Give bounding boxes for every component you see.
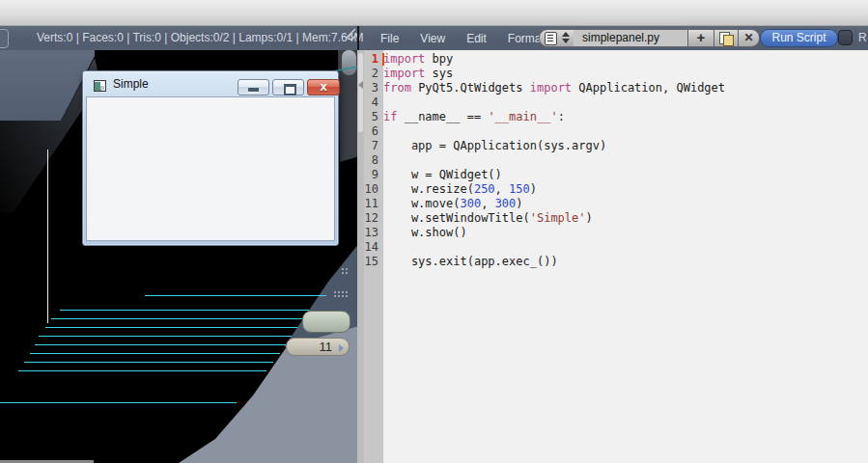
- close-icon: x: [308, 80, 339, 95]
- code-text: if __name__ == '__main__':: [383, 110, 565, 124]
- text-editor-menubar: FileViewEditFormat: [370, 26, 555, 50]
- line-number: 10: [364, 182, 381, 197]
- line-number: 12: [364, 211, 381, 226]
- code-text: import sys: [383, 67, 453, 81]
- window-app-icon: [94, 80, 106, 92]
- line-number: 14: [364, 240, 381, 255]
- area-resize-grip-icon[interactable]: [343, 27, 358, 42]
- window-titlebar[interactable]: Simple x: [83, 71, 338, 96]
- code-text: w.move(300, 300): [383, 197, 523, 211]
- qt-simple-window: Simple x: [82, 70, 339, 246]
- text-cursor: [382, 53, 384, 66]
- code-text: app = QApplication(sys.argv): [383, 139, 606, 153]
- close-button[interactable]: x: [307, 79, 340, 95]
- line-number: 8: [364, 153, 381, 168]
- slider-value: 11: [320, 340, 333, 354]
- register-checkbox[interactable]: [838, 30, 853, 45]
- header-mini-widget[interactable]: [0, 29, 9, 48]
- glitch-capsule: [342, 50, 356, 75]
- line-number: 2: [364, 67, 381, 81]
- editor-scrollbar-thumb[interactable]: [358, 53, 363, 132]
- chevron-down-icon: [562, 39, 570, 43]
- code-text: sys.exit(app.exec_()): [383, 255, 558, 269]
- area-divider: [357, 26, 359, 50]
- datablock-browse-button[interactable]: [539, 29, 574, 47]
- line-number: 11: [364, 197, 381, 211]
- blender-window: Verts:0 | Faces:0 | Tris:0 | Objects:0/2…: [0, 0, 868, 463]
- menu-edit[interactable]: Edit: [456, 32, 497, 45]
- code-line[interactable]: 10 w.resize(250, 150): [364, 182, 866, 197]
- line-number: 6: [364, 124, 381, 139]
- window-title: Simple: [113, 71, 149, 96]
- code-line[interactable]: 11 w.move(300, 300): [364, 197, 866, 211]
- datablock-copy-button[interactable]: [714, 29, 739, 47]
- code-line[interactable]: 6: [364, 124, 866, 139]
- code-text: import bpy: [383, 52, 453, 67]
- scene-stats-text: Verts:0 | Faces:0 | Tris:0 | Objects:0/2…: [37, 26, 363, 50]
- code-line[interactable]: 1import bpy: [364, 52, 866, 67]
- line-number: 1: [364, 52, 381, 67]
- register-label: R: [858, 26, 867, 50]
- info-header-bar: Verts:0 | Faces:0 | Tris:0 | Objects:0/2…: [0, 26, 868, 50]
- line-number: 5: [364, 110, 381, 124]
- code-line[interactable]: 2import sys: [364, 67, 866, 81]
- menu-file[interactable]: File: [370, 32, 409, 45]
- code-text: from PyQt5.QtWidgets import QApplication…: [383, 81, 725, 95]
- code-line[interactable]: 8: [364, 153, 866, 168]
- code-text: w = QWidget(): [383, 168, 502, 182]
- code-text: w.show(): [383, 226, 467, 240]
- line-number: 15: [364, 255, 381, 269]
- line-number: 13: [364, 226, 381, 240]
- code-line[interactable]: 15 sys.exit(app.exec_()): [364, 255, 866, 269]
- code-line[interactable]: 14: [364, 240, 866, 255]
- code-line[interactable]: 12 w.setWindowTitle('Simple'): [364, 211, 866, 226]
- code-line[interactable]: 5if __name__ == '__main__':: [364, 110, 866, 124]
- chevron-up-icon: [562, 32, 570, 37]
- code-text: w.resize(250, 150): [383, 182, 537, 197]
- slider-arrow-icon: [339, 344, 344, 352]
- text-file-icon: [545, 32, 557, 45]
- datablock-unlink-button[interactable]: ✕: [738, 29, 760, 47]
- datablock-new-button[interactable]: +: [687, 29, 714, 47]
- collapse-arrow-icon: [358, 81, 363, 89]
- line-number: 3: [364, 81, 381, 95]
- code-line[interactable]: 4: [364, 95, 866, 110]
- menu-view[interactable]: View: [409, 32, 456, 45]
- minimize-button[interactable]: [238, 79, 269, 95]
- code-lines: 1import bpy2import sys3from PyQt5.QtWidg…: [364, 52, 866, 269]
- line-number: 7: [364, 139, 381, 153]
- code-line[interactable]: 9 w = QWidget(): [364, 168, 866, 182]
- window-client-area: [86, 96, 335, 241]
- line-number: 4: [364, 95, 381, 110]
- top-area-strip: [0, 0, 868, 26]
- code-text: w.setWindowTitle('Simple'): [383, 211, 593, 226]
- code-line[interactable]: 3from PyQt5.QtWidgets import QApplicatio…: [364, 81, 866, 95]
- line-number: 9: [364, 168, 381, 182]
- code-line[interactable]: 13 w.show(): [364, 226, 866, 240]
- viewport-value-slider[interactable]: 11: [286, 338, 350, 356]
- run-script-button[interactable]: Run Script: [760, 29, 838, 47]
- maximize-icon: [284, 84, 296, 95]
- datablock-name-field[interactable]: simplepanel.py: [574, 29, 688, 47]
- code-line[interactable]: 7 app = QApplication(sys.argv): [364, 139, 866, 153]
- minimize-icon: [248, 88, 259, 93]
- viewport-panel-button[interactable]: [302, 311, 350, 333]
- maximize-button[interactable]: [272, 79, 304, 95]
